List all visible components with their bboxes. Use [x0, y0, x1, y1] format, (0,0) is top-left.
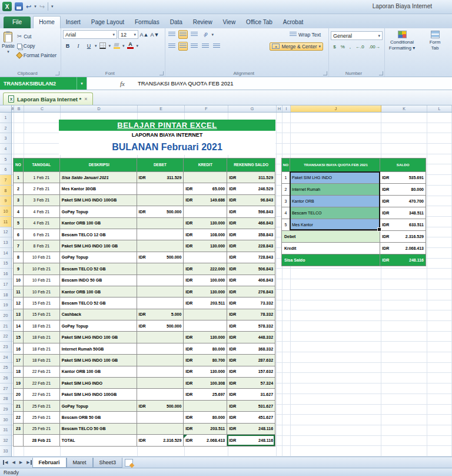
row-header-9[interactable]: 9 [0, 196, 11, 207]
row-header-15[interactable]: 15 [0, 259, 11, 269]
merge-center-button[interactable]: a Merge & Center ▾ [270, 42, 323, 51]
kredit-cell[interactable]: IDR80.000 [184, 343, 227, 355]
date-cell[interactable]: 2 Feb 21 [24, 183, 60, 194]
no-cell[interactable]: 1 [14, 172, 24, 183]
summary-footer-label[interactable]: Debet [282, 231, 380, 243]
align-top-button[interactable] [167, 30, 177, 39]
font-family-dropdown-icon[interactable]: ▾ [112, 32, 115, 37]
no-cell[interactable]: 22 [14, 412, 24, 423]
redo-button[interactable]: ↪ [39, 2, 45, 11]
date-cell[interactable]: 22 Feb 21 [24, 378, 60, 389]
column-header-I[interactable]: I [282, 105, 291, 112]
row-header-23[interactable]: 23 [0, 342, 11, 352]
number-format-select[interactable]: General ▾ [331, 31, 383, 40]
column-header-G[interactable]: G [228, 105, 277, 112]
orientation-dropdown-icon[interactable]: ▾ [212, 32, 214, 37]
row-header-8[interactable]: 8 [0, 186, 11, 196]
desc-cell[interactable]: Internet Rumah 50GB [60, 343, 137, 355]
row-header-1[interactable]: 1 [0, 113, 11, 123]
desc-cell[interactable]: Paket SIM LHG INDO 100 GB [60, 355, 137, 366]
row-header-20[interactable]: 20 [0, 310, 11, 321]
saldo-cell[interactable]: IDR73.332 [227, 298, 275, 309]
row-header-22[interactable]: 22 [0, 331, 11, 342]
font-color-dropdown-icon[interactable]: ▾ [137, 44, 139, 48]
kredit-cell[interactable]: IDR203.511 [184, 298, 227, 309]
row-header-21[interactable]: 21 [0, 321, 11, 332]
total-saldo-cell[interactable]: IDR248.116 [227, 435, 275, 447]
no-cell[interactable]: 21 [14, 401, 24, 412]
no-cell[interactable]: 17 [14, 355, 24, 366]
no-cell[interactable]: 5 [14, 218, 24, 229]
shrink-font-button[interactable]: A▼ [150, 30, 159, 39]
kredit-cell[interactable]: IDR130.000 [184, 218, 227, 229]
date-cell[interactable]: 3 Feb 21 [24, 195, 60, 206]
no-cell[interactable]: 23 [14, 424, 24, 435]
kredit-cell[interactable]: IDR130.000 [184, 286, 227, 298]
debet-cell[interactable]: IDR500.000 [137, 252, 184, 263]
desc-cell[interactable]: Bescam ORB 50 GB [60, 412, 137, 423]
kredit-cell[interactable]: IDR149.686 [184, 195, 227, 206]
no-cell[interactable]: 12 [14, 298, 24, 309]
kredit-cell[interactable]: IDR100.308 [184, 378, 227, 389]
row-header-12[interactable]: 12 [0, 227, 11, 238]
summary-label-cell[interactable]: Mes Kantor [290, 219, 380, 231]
no-cell[interactable]: 11 [14, 286, 24, 298]
grow-font-button[interactable]: A▲ [139, 30, 149, 39]
clipboard-dialog-launcher[interactable] [55, 71, 59, 75]
desc-cell[interactable]: Kantor ORB 100 GB [60, 286, 137, 298]
date-cell[interactable]: 18 Feb 21 [24, 332, 60, 343]
kredit-cell[interactable] [184, 172, 227, 183]
saldo-cell[interactable]: IDR276.843 [227, 286, 275, 298]
underline-dropdown-icon[interactable]: ▾ [95, 44, 97, 48]
saldo-cell[interactable]: IDR506.843 [227, 263, 275, 275]
orientation-button[interactable]: ab [201, 30, 210, 39]
desc-cell[interactable]: Mes Kantor 30GB [60, 183, 137, 194]
date-cell[interactable]: 1 Feb 21 [24, 172, 60, 183]
kredit-cell[interactable]: IDR222.000 [184, 263, 227, 275]
debet-cell[interactable] [137, 229, 184, 240]
desc-cell[interactable]: Paket SIM LHG INDO [60, 378, 137, 389]
debet-cell[interactable] [137, 275, 184, 286]
column-header-C[interactable]: C [24, 105, 61, 112]
no-cell[interactable] [14, 435, 24, 447]
font-size-dropdown-icon[interactable]: ▾ [134, 32, 136, 37]
row-header-17[interactable]: 17 [0, 279, 11, 290]
grid-content[interactable]: BELAJAR PINTAR EXCEL LAPORAN BIAYA INTER… [12, 113, 452, 457]
next-sheet-nav-icon[interactable]: ▶ [18, 460, 24, 465]
kredit-cell[interactable] [184, 401, 227, 412]
column-header-H[interactable]: H [277, 105, 282, 112]
desc-cell[interactable]: Kantor ORB 100 GB [60, 366, 137, 378]
saldo-cell[interactable]: IDR287.632 [227, 355, 275, 366]
no-cell[interactable]: 6 [14, 229, 24, 240]
kredit-cell[interactable] [184, 206, 227, 217]
row-header-13[interactable]: 13 [0, 237, 11, 248]
saldo-cell[interactable]: IDR451.627 [227, 412, 275, 423]
no-cell[interactable]: 3 [282, 196, 290, 207]
kredit-cell[interactable]: IDR80.700 [184, 355, 227, 366]
no-cell[interactable]: 5 [282, 219, 290, 231]
ribbon-tab-insert[interactable]: Insert [61, 16, 86, 28]
kredit-cell[interactable] [184, 320, 227, 332]
summary-saldo-cell[interactable]: IDR470.700 [380, 196, 426, 207]
merge-center-dropdown-icon[interactable]: ▾ [318, 44, 321, 49]
date-cell[interactable]: 8 Feb 21 [24, 240, 60, 252]
sheet-tab-maret[interactable]: Maret [67, 458, 93, 468]
kredit-cell[interactable]: IDR80.000 [184, 412, 227, 423]
increase-decimal-button[interactable]: ←.0 [354, 43, 366, 51]
desc-cell[interactable]: Paket SIM LHG INDO 100 GB [60, 240, 137, 252]
kredit-cell[interactable]: IDR130.000 [184, 366, 227, 378]
ribbon-tab-review[interactable]: Review [188, 16, 218, 28]
summary-saldo-cell[interactable]: IDR80.000 [380, 184, 426, 196]
date-cell[interactable]: 10 Feb 21 [24, 275, 60, 286]
debet-cell[interactable] [137, 298, 184, 309]
row-header-30[interactable]: 30 [0, 415, 11, 425]
no-cell[interactable]: 18 [14, 366, 24, 378]
saldo-cell[interactable]: IDR311.529 [227, 172, 275, 183]
column-header-E[interactable]: E [138, 105, 185, 112]
first-sheet-nav-icon[interactable]: ◀ [3, 460, 9, 465]
number-format-dropdown-icon[interactable]: ▾ [378, 34, 380, 38]
summary-footer-value[interactable]: IDR2.068.413 [380, 243, 426, 254]
debet-cell[interactable]: IDR500.000 [137, 401, 184, 412]
cut-button[interactable]: ✂ Cut [15, 32, 59, 41]
increase-indent-button[interactable] [212, 42, 221, 51]
